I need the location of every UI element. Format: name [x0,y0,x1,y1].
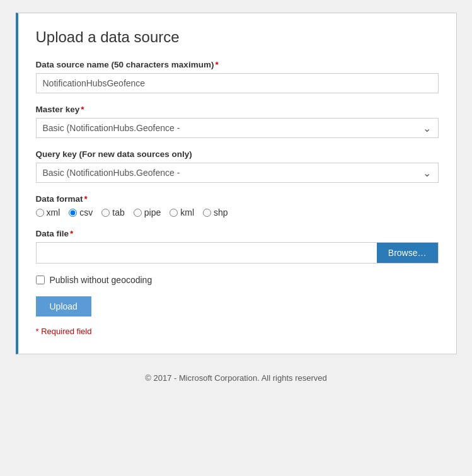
master-key-select-wrapper: Basic (NotificationHubs.Geofence - ⌄ [36,118,439,138]
radio-tab-input[interactable] [101,209,110,217]
data-format-group: Data format* xml csv tab pipe kml shp [36,194,439,218]
data-file-label: Data file* [36,229,439,238]
datasource-name-label: Data source name (50 characters maximum)… [36,60,439,69]
master-key-group: Master key* Basic (NotificationHubs.Geof… [36,105,439,138]
datasource-name-input[interactable] [36,73,439,93]
master-key-label: Master key* [36,105,439,114]
query-key-label: Query key (For new data sources only) [36,149,439,159]
required-star-file: * [70,229,73,238]
radio-pipe[interactable]: pipe [134,207,161,218]
data-format-radio-group: xml csv tab pipe kml shp [36,207,439,218]
radio-shp[interactable]: shp [203,207,228,218]
upload-form-container: Upload a data source Data source name (5… [16,13,457,354]
publish-label[interactable]: Publish without geocoding [50,275,153,285]
query-key-select[interactable]: Basic (NotificationHubs.Geofence - [36,163,439,183]
radio-tab[interactable]: tab [101,207,124,218]
radio-csv-input[interactable] [69,209,77,217]
data-file-group: Data file* Browse… [36,229,439,264]
radio-csv[interactable]: csv [69,207,93,218]
file-input-group: Browse… [36,242,439,264]
radio-shp-input[interactable] [203,209,211,217]
radio-xml-input[interactable] [36,209,44,217]
publish-checkbox[interactable] [36,276,45,284]
file-text-input[interactable] [37,243,377,263]
radio-kml[interactable]: kml [170,207,194,218]
master-key-select[interactable]: Basic (NotificationHubs.Geofence - [36,118,439,138]
radio-xml[interactable]: xml [36,207,60,218]
required-star-format: * [84,194,88,204]
data-format-label: Data format* [36,194,439,204]
radio-pipe-input[interactable] [134,209,142,217]
required-star-master: * [81,105,84,114]
required-star-name: * [215,60,218,69]
required-field-note: * Required field [36,327,439,336]
publish-checkbox-group: Publish without geocoding [36,275,439,285]
upload-button[interactable]: Upload [36,296,91,316]
query-key-group: Query key (For new data sources only) Ba… [36,149,439,183]
footer: © 2017 - Microsoft Corporation. All righ… [145,373,326,383]
query-key-select-wrapper: Basic (NotificationHubs.Geofence - ⌄ [36,163,439,183]
page-title: Upload a data source [36,28,439,46]
radio-kml-input[interactable] [170,209,178,217]
browse-button[interactable]: Browse… [377,243,438,263]
datasource-name-group: Data source name (50 characters maximum)… [36,60,439,93]
